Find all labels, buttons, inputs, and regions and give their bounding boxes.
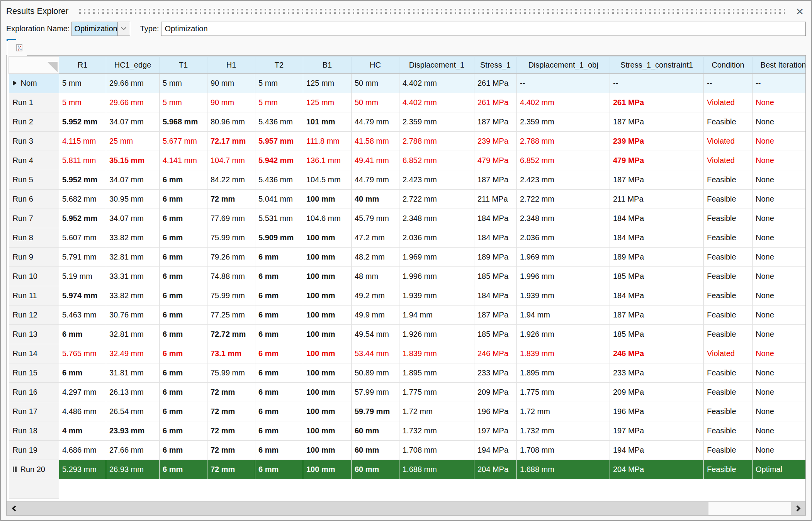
cell-run-10-HC1_edge[interactable]: 33.31 mm xyxy=(106,267,160,286)
cell-run-12-Displacement_1_obj[interactable]: 1.94 mm xyxy=(517,305,610,325)
cell-run-12-Stress_1_constraint1[interactable]: 187 MPa xyxy=(610,305,704,325)
cell-run-17-Condition[interactable]: Feasible xyxy=(704,402,753,421)
cell-run-7-Stress_1[interactable]: 184 MPa xyxy=(474,209,517,228)
cell-run-20-HC1_edge[interactable]: 26.93 mm xyxy=(106,460,160,479)
cell-run-8-R1[interactable]: 5.607 mm xyxy=(59,228,106,248)
cell-run-4-H1[interactable]: 104.7 mm xyxy=(207,151,255,170)
cell-run-19-H1[interactable]: 72 mm xyxy=(207,441,255,460)
cell-run-12-Stress_1[interactable]: 187 MPa xyxy=(474,305,517,325)
cell-nom-B1[interactable]: 125 mm xyxy=(303,74,352,93)
cell-run-5-Best Iteration[interactable]: None xyxy=(753,170,806,190)
cell-run-7-Displacement_1_obj[interactable]: 2.348 mm xyxy=(517,209,610,228)
cell-run-8-T2[interactable]: 5.909 mm xyxy=(255,228,303,248)
type-field[interactable] xyxy=(161,22,806,36)
cell-run-19-Displacement_1[interactable]: 1.708 mm xyxy=(399,441,474,460)
column-header-Condition[interactable]: Condition xyxy=(704,57,753,74)
cell-run-1-T2[interactable]: 5 mm xyxy=(255,93,303,112)
row-header-run-17[interactable]: Run 17 xyxy=(9,402,59,421)
cell-run-2-Displacement_1[interactable]: 2.359 mm xyxy=(399,112,474,132)
cell-run-10-Stress_1_constraint1[interactable]: 185 MPa xyxy=(610,267,704,286)
cell-run-15-T2[interactable]: 6 mm xyxy=(255,363,303,383)
cell-run-19-T1[interactable]: 6 mm xyxy=(160,441,207,460)
cell-run-13-B1[interactable]: 100 mm xyxy=(303,325,352,344)
cell-run-20-Stress_1_constraint1[interactable]: 204 MPa xyxy=(610,460,704,479)
cell-run-6-Displacement_1_obj[interactable]: 2.722 mm xyxy=(517,190,610,209)
cell-run-18-B1[interactable]: 100 mm xyxy=(303,421,352,441)
cell-run-3-R1[interactable]: 4.115 mm xyxy=(59,132,106,151)
cell-run-9-HC1_edge[interactable]: 32.81 mm xyxy=(106,248,160,267)
cell-run-4-HC[interactable]: 49.41 mm xyxy=(352,151,399,170)
cell-run-3-Displacement_1_obj[interactable]: 2.788 mm xyxy=(517,132,610,151)
cell-run-16-Stress_1_constraint1[interactable]: 209 MPa xyxy=(610,383,704,402)
cell-run-11-T2[interactable]: 6 mm xyxy=(255,286,303,305)
cell-run-2-HC1_edge[interactable]: 34.07 mm xyxy=(106,112,160,132)
cell-run-17-B1[interactable]: 100 mm xyxy=(303,402,352,421)
cell-run-6-H1[interactable]: 72 mm xyxy=(207,190,255,209)
cell-run-5-HC[interactable]: 44.79 mm xyxy=(352,170,399,190)
row-header-run-4[interactable]: Run 4 xyxy=(9,151,59,170)
cell-run-18-T1[interactable]: 6 mm xyxy=(160,421,207,441)
row-header-run-7[interactable]: Run 7 xyxy=(9,209,59,228)
cell-run-19-T2[interactable]: 6 mm xyxy=(255,441,303,460)
column-header-H1[interactable]: H1 xyxy=(207,57,255,74)
row-header-run-16[interactable]: Run 16 xyxy=(9,383,59,402)
cell-run-10-Best Iteration[interactable]: None xyxy=(753,267,806,286)
cell-nom-HC[interactable]: 50 mm xyxy=(352,74,399,93)
column-header-Best Iteration[interactable]: Best Iteration xyxy=(753,57,806,74)
cell-run-9-Stress_1_constraint1[interactable]: 189 MPa xyxy=(610,248,704,267)
cell-run-4-Condition[interactable]: Violated xyxy=(704,151,753,170)
cell-run-16-H1[interactable]: 72 mm xyxy=(207,383,255,402)
cell-run-12-Displacement_1[interactable]: 1.94 mm xyxy=(399,305,474,325)
drag-grip-icon[interactable] xyxy=(79,9,785,14)
cell-run-8-HC1_edge[interactable]: 33.82 mm xyxy=(106,228,160,248)
cell-run-19-HC1_edge[interactable]: 27.66 mm xyxy=(106,441,160,460)
cell-run-2-Stress_1[interactable]: 187 MPa xyxy=(474,112,517,132)
cell-run-10-Stress_1[interactable]: 185 MPa xyxy=(474,267,517,286)
cell-run-14-Displacement_1_obj[interactable]: 1.839 mm xyxy=(517,344,610,363)
scrollbar-thumb[interactable] xyxy=(21,502,708,515)
cell-run-4-Displacement_1_obj[interactable]: 6.852 mm xyxy=(517,151,610,170)
cell-run-15-H1[interactable]: 75.99 mm xyxy=(207,363,255,383)
cell-run-5-H1[interactable]: 84.22 mm xyxy=(207,170,255,190)
cell-run-6-Displacement_1[interactable]: 2.722 mm xyxy=(399,190,474,209)
cell-nom-Condition[interactable]: -- xyxy=(704,74,753,93)
row-header-run-19[interactable]: Run 19 xyxy=(9,441,59,460)
cell-run-12-H1[interactable]: 77.25 mm xyxy=(207,305,255,325)
cell-run-18-Displacement_1_obj[interactable]: 1.732 mm xyxy=(517,421,610,441)
cell-run-14-Stress_1_constraint1[interactable]: 246 MPa xyxy=(610,344,704,363)
cell-nom-Displacement_1_obj[interactable]: -- xyxy=(517,74,610,93)
cell-run-2-Best Iteration[interactable]: None xyxy=(753,112,806,132)
cell-run-13-Best Iteration[interactable]: None xyxy=(753,325,806,344)
cell-run-16-HC1_edge[interactable]: 26.13 mm xyxy=(106,383,160,402)
cell-run-20-R1[interactable]: 5.293 mm xyxy=(59,460,106,479)
cell-run-2-R1[interactable]: 5.952 mm xyxy=(59,112,106,132)
cell-run-14-Condition[interactable]: Violated xyxy=(704,344,753,363)
cell-run-10-Displacement_1_obj[interactable]: 1.996 mm xyxy=(517,267,610,286)
cell-run-5-Displacement_1[interactable]: 2.423 mm xyxy=(399,170,474,190)
cell-run-9-T1[interactable]: 6 mm xyxy=(160,248,207,267)
cell-nom-R1[interactable]: 5 mm xyxy=(59,74,106,93)
row-header-run-12[interactable]: Run 12 xyxy=(9,305,59,325)
cell-run-2-Displacement_1_obj[interactable]: 2.359 mm xyxy=(517,112,610,132)
column-header-Displacement_1[interactable]: Displacement_1 xyxy=(399,57,474,74)
cell-run-17-HC[interactable]: 59.79 mm xyxy=(352,402,399,421)
cell-run-13-T1[interactable]: 6 mm xyxy=(160,325,207,344)
cell-run-5-B1[interactable]: 104.5 mm xyxy=(303,170,352,190)
cell-run-8-Condition[interactable]: Feasible xyxy=(704,228,753,248)
scroll-left-button[interactable] xyxy=(7,502,21,515)
cell-run-6-HC1_edge[interactable]: 30.95 mm xyxy=(106,190,160,209)
cell-run-7-T2[interactable]: 5.531 mm xyxy=(255,209,303,228)
row-header-run-1[interactable]: Run 1 xyxy=(9,93,59,112)
column-header-HC1_edge[interactable]: HC1_edge xyxy=(106,57,160,74)
cell-run-12-T1[interactable]: 6 mm xyxy=(160,305,207,325)
cell-run-13-T2[interactable]: 6 mm xyxy=(255,325,303,344)
cell-run-6-B1[interactable]: 100 mm xyxy=(303,190,352,209)
cell-run-2-Condition[interactable]: Feasible xyxy=(704,112,753,132)
column-header-T1[interactable]: T1 xyxy=(160,57,207,74)
row-header-run-2[interactable]: Run 2 xyxy=(9,112,59,132)
cell-run-17-Displacement_1_obj[interactable]: 1.72 mm xyxy=(517,402,610,421)
cell-run-14-HC1_edge[interactable]: 32.49 mm xyxy=(106,344,160,363)
cell-run-7-Best Iteration[interactable]: None xyxy=(753,209,806,228)
cell-run-1-Displacement_1_obj[interactable]: 4.402 mm xyxy=(517,93,610,112)
cell-run-17-T2[interactable]: 6 mm xyxy=(255,402,303,421)
